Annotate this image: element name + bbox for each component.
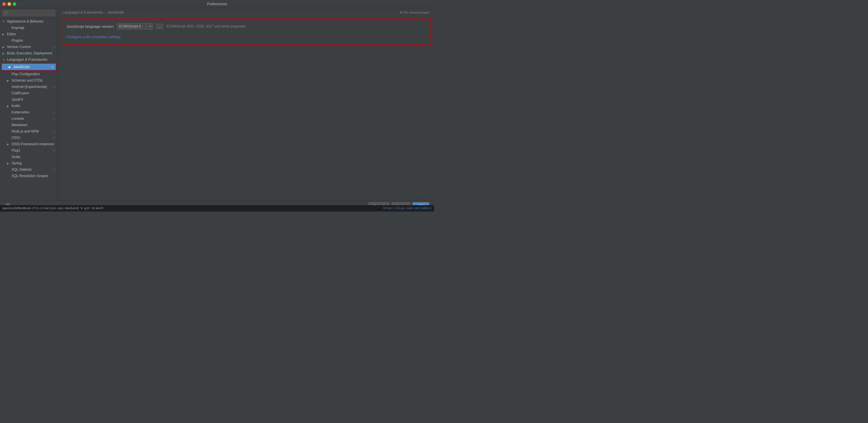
copy-icon: ⊞ [51,65,54,68]
content-area: Languages & Frameworks › JavaScript ⚙ Fo… [58,8,434,200]
sidebar-item-plugins[interactable]: Plugins [0,37,58,44]
sidebar-item-kubernetes[interactable]: Kubernetes ⊞ [0,109,58,115]
sidebar-item-label: OSGi Framework Instances [11,142,54,146]
sidebar-item-label: Scala [11,155,20,159]
sidebar-item-kotlin[interactable]: ▶ Kotlin [0,103,58,109]
sidebar-item-osgi-framework[interactable]: ▶ OSGi Framework Instances [0,141,58,147]
terminal-url: https://blog.csdn.net/addccc [383,207,432,210]
minimize-button[interactable] [7,2,11,6]
close-button[interactable] [2,2,6,6]
traffic-lights [2,2,16,6]
sidebar-item-nodejs-npm[interactable]: Node.js and NPM ⊞ [0,128,58,135]
sidebar-item-label: Kubernetes [11,110,29,114]
sidebar-item-lombok[interactable]: Lombok ⊞ [0,115,58,122]
breadcrumb-part1: Languages & Frameworks [62,10,103,15]
sidebar-item-schemas-dtds[interactable]: ▶ Schemas and DTDs [0,77,58,84]
sidebar-item-markdown[interactable]: Markdown [0,122,58,128]
sidebar-item-label: JavaScript [13,65,29,69]
sidebar-item-label: Kotlin [11,104,20,108]
sidebar-item-label: Spring [11,161,22,165]
sidebar-item-sql-dialects[interactable]: SQL Dialects ⊞ [0,166,58,173]
sidebar-item-play2[interactable]: Play2 ⊞ [0,147,58,153]
sidebar-item-keymap[interactable]: Keymap [0,25,58,31]
sidebar-item-javascript[interactable]: ▶ JavaScript ⊞ [2,64,56,70]
copy-icon: ⊞ [53,117,55,120]
copy-icon: ⊞ [53,111,55,114]
terminal-bar: appleideMacBook-Pro:creation-ops-backend… [0,205,434,212]
expand-arrow: ▶ [2,46,6,49]
language-version-description: ECMAScript 2015, 2016, 2017 and some pro… [167,24,246,28]
title-bar: Preferences [0,0,434,8]
sidebar-item-label: Markdown [11,123,27,127]
sidebar-item-label: Build, Execution, Deployment [7,51,52,55]
sidebar-item-javafx[interactable]: JavaFX [0,96,58,103]
window-title: Preferences [207,2,227,6]
sidebar-item-android[interactable]: Android (Experimental) ⊞ [0,84,58,90]
copy-icon: ⊞ [53,46,55,49]
sidebar-item-label: Schemas and DTDs [11,78,42,82]
sidebar-item-label: Languages & Frameworks [7,58,48,62]
configure-completion-link[interactable]: Configure code completion settings [66,35,121,39]
sidebar-item-label: SQL Resolution Scopes [11,174,48,178]
sidebar-item-label: Node.js and NPM [11,129,39,133]
language-version-label: JavaScript language version [66,24,114,29]
sidebar-item-label: Appearance & Behavior [7,19,43,23]
copy-icon: ⊞ [53,85,55,88]
configure-link-row: Configure code completion settings [66,34,425,39]
sidebar-item-osgi[interactable]: OSGi ⊞ [0,135,58,141]
expand-arrow: ▶ [7,105,10,108]
sidebar-item-coldfusion[interactable]: ColdFusion [0,90,58,96]
sidebar-item-label: Play Configuration [11,72,40,76]
expand-arrow: ▶ [7,79,10,82]
sidebar-item-label: Play2 [11,148,20,152]
sidebar-item-label: Keymap [11,26,24,30]
copy-icon: ⊞ [53,168,55,171]
search-box [0,8,58,18]
sidebar-item-appearance-behavior[interactable]: ▼ Appearance & Behavior [0,18,58,25]
breadcrumb-arrow: › [104,10,106,15]
sidebar-item-label: Plugins [11,38,23,43]
sidebar-item-label: ColdFusion [11,91,29,95]
sidebar-item-scala[interactable]: Scala [0,153,58,160]
sidebar: ▼ Appearance & Behavior Keymap ▶ Editor … [0,8,58,200]
copy-icon: ⊞ [53,130,55,133]
breadcrumb: Languages & Frameworks › JavaScript ⚙ Fo… [58,8,434,17]
copy-icon: ⊞ [53,136,55,139]
sidebar-item-label: Editor [7,32,16,36]
project-scope-label: For current project [403,11,429,14]
expand-arrow: ▼ [2,20,6,23]
breadcrumb-part2: JavaScript [107,10,124,15]
settings-dots-button[interactable]: ... [156,24,163,29]
language-version-select-wrapper: ECMAScript 5.1 ECMAScript 6 ECMAScript 2… [117,23,153,29]
sidebar-item-build-execution[interactable]: ▶ Build, Execution, Deployment [0,50,58,56]
sidebar-item-editor[interactable]: ▶ Editor [0,31,58,37]
sidebar-item-play-configuration[interactable]: Play Configuration [0,71,58,77]
project-scope-icon: ⚙ [400,11,403,14]
sidebar-item-label: OSGi [11,136,20,140]
copy-icon: ⊞ [53,149,55,152]
expand-arrow: ▶ [7,162,10,165]
language-version-row: JavaScript language version ECMAScript 5… [66,23,425,29]
sidebar-item-label: Lombok [11,117,24,121]
maximize-button[interactable] [13,2,16,6]
language-version-select[interactable]: ECMAScript 5.1 ECMAScript 6 ECMAScript 2… [117,23,153,29]
sidebar-item-languages-frameworks[interactable]: ▼ Languages & Frameworks [0,56,58,63]
terminal-text: appleideMacBook-Pro:creation-ops-backend… [2,206,103,210]
sidebar-item-label: Version Control [7,45,31,49]
expand-arrow: ▼ [2,58,6,61]
sidebar-item-sql-resolution[interactable]: SQL Resolution Scopes [0,173,58,179]
expand-arrow: ▶ [9,65,12,68]
expand-arrow: ▶ [2,52,6,55]
sidebar-item-label: Android (Experimental) [11,85,47,89]
sidebar-item-version-control[interactable]: ▶ Version Control ⊞ [0,44,58,50]
sidebar-item-label: JavaFX [11,97,23,102]
expand-arrow: ▶ [7,143,10,146]
main-layout: ▼ Appearance & Behavior Keymap ▶ Editor … [0,8,434,200]
sidebar-item-label: SQL Dialects [11,168,32,172]
sidebar-item-spring[interactable]: ▶ Spring [0,160,58,166]
expand-arrow: ▶ [2,33,6,36]
settings-panel: JavaScript language version ECMAScript 5… [61,18,431,45]
search-input[interactable] [2,10,55,16]
breadcrumb-right: ⚙ For current project [400,11,429,15]
